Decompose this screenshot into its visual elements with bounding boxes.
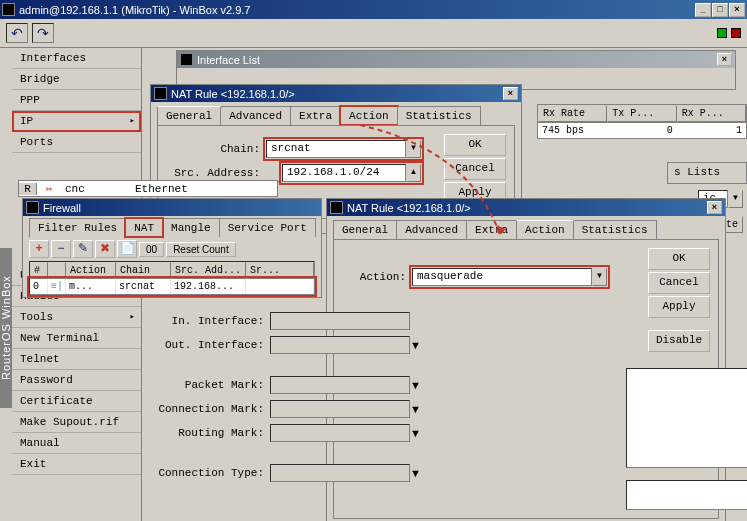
chain-label: Chain: [166, 143, 266, 155]
action-field[interactable]: masquerade [412, 268, 592, 286]
apply-button[interactable]: Apply [648, 296, 710, 318]
packet-mark-label: Packet Mark: [150, 379, 270, 391]
connection-mark-label: Connection Mark: [150, 403, 270, 415]
dropdown-icon[interactable]: ▼ [728, 190, 743, 208]
vertical-label: RouterOS WinBox [0, 248, 12, 408]
tab-action[interactable]: Action [516, 220, 574, 239]
routing-mark-label: Routing Mark: [150, 427, 270, 439]
src-address-field[interactable]: 192.168.1.0/24 [282, 164, 406, 182]
nat-rule-action-close-button[interactable]: × [707, 201, 722, 214]
tab-mangle[interactable]: Mangle [162, 218, 220, 237]
sidebar-item-ppp[interactable]: PPP [12, 90, 141, 111]
col-tx-p[interactable]: Tx P... [607, 105, 676, 122]
tab-extra[interactable]: Extra [466, 220, 517, 239]
out-interface-label: Out. Interface: [150, 339, 270, 351]
edit-button[interactable]: ✎ [73, 240, 93, 258]
packet-mark-field[interactable] [270, 376, 410, 394]
disable-button[interactable]: ✖ [95, 240, 115, 258]
interface-icon: ⇔ [37, 182, 61, 195]
redo-button[interactable]: ↷ [32, 23, 54, 43]
nat-rule-general-titlebar[interactable]: NAT Rule <192.168.1.0/> × [151, 85, 521, 102]
tab-filter-rules[interactable]: Filter Rules [29, 218, 126, 237]
cell-rx-rate: 745 bps [538, 123, 607, 138]
tab-extra[interactable]: Extra [290, 106, 341, 125]
tab-general[interactable]: General [157, 106, 221, 125]
interface-name[interactable]: cnc [61, 183, 131, 195]
tab-service-port[interactable]: Service Port [219, 218, 316, 237]
dropdown-icon[interactable]: ▼ [410, 467, 421, 479]
sidebar-item-ip[interactable]: IP▸ [12, 111, 141, 132]
tab-statistics[interactable]: Statistics [573, 220, 657, 239]
extra-fields-area: In. Interface: Out. Interface:▼ Packet M… [150, 306, 440, 488]
window-title: admin@192.168.1.1 (MikroTik) - WinBox v2… [19, 4, 250, 16]
close-button[interactable]: × [729, 3, 745, 17]
sidebar-item-exit[interactable]: Exit [12, 454, 141, 475]
col-rx-p[interactable]: Rx P... [677, 105, 746, 122]
remove-button[interactable]: − [51, 240, 71, 258]
up-icon[interactable]: ▲ [406, 164, 421, 182]
blank-area-1 [626, 368, 747, 468]
connection-type-field[interactable] [270, 464, 410, 482]
out-interface-field[interactable] [270, 336, 410, 354]
tab-action[interactable]: Action [340, 106, 398, 125]
col-sr[interactable]: Sr... [246, 262, 314, 279]
col-src-addr[interactable]: Src. Add... [171, 262, 246, 279]
find-button[interactable]: 00 [139, 242, 164, 257]
tab-advanced[interactable]: Advanced [220, 106, 291, 125]
dropdown-icon[interactable]: ▼ [406, 140, 421, 158]
masquerade-icon: ≡| [48, 279, 66, 294]
cancel-button[interactable]: Cancel [444, 158, 506, 180]
col-action[interactable]: Action [66, 262, 116, 279]
sidebar-item-ports[interactable]: Ports [12, 132, 141, 153]
sidebar-item-bridge[interactable]: Bridge [12, 69, 141, 90]
table-row[interactable]: 0 ≡| m... srcnat 192.168... [30, 279, 314, 294]
dropdown-icon[interactable]: ▼ [592, 268, 607, 286]
col-chain[interactable]: Chain [116, 262, 171, 279]
chain-field[interactable]: srcnat [266, 140, 406, 158]
chevron-right-icon: ▸ [130, 115, 135, 126]
sidebar-item-new-terminal[interactable]: New Terminal [12, 328, 141, 349]
src-address-label: Src. Address: [166, 167, 266, 179]
dropdown-icon[interactable]: ▼ [410, 403, 421, 415]
nat-rule-action-title: NAT Rule <192.168.1.0/> [347, 202, 471, 214]
nat-rule-action-titlebar[interactable]: NAT Rule <192.168.1.0/> × [327, 199, 725, 216]
sidebar-item-tools[interactable]: Tools▸ [12, 307, 141, 328]
dropdown-icon[interactable]: ▼ [410, 379, 421, 391]
sidebar-item-manual[interactable]: Manual [12, 433, 141, 454]
connection-mark-field[interactable] [270, 400, 410, 418]
maximize-button[interactable]: □ [712, 3, 728, 17]
sidebar-item-certificate[interactable]: Certificate [12, 391, 141, 412]
comment-button[interactable]: 📄 [117, 240, 137, 258]
cancel-button[interactable]: Cancel [648, 272, 710, 294]
firewall-titlebar[interactable]: Firewall [23, 199, 321, 216]
chevron-right-icon: ▸ [130, 311, 135, 322]
nat-rule-general-close-button[interactable]: × [503, 87, 518, 100]
sidebar-item-interfaces[interactable]: Interfaces [12, 48, 141, 69]
col-rx-rate[interactable]: Rx Rate [538, 105, 607, 122]
tab-statistics[interactable]: Statistics [397, 106, 481, 125]
tab-general[interactable]: General [333, 220, 397, 239]
routing-mark-field[interactable] [270, 424, 410, 442]
interface-list-close-button[interactable]: × [717, 53, 732, 66]
dropdown-icon[interactable]: ▼ [410, 339, 421, 351]
sidebar-item-telnet[interactable]: Telnet [12, 349, 141, 370]
ok-button[interactable]: OK [444, 134, 506, 156]
minimize-button[interactable]: _ [695, 3, 711, 17]
reset-counters-button[interactable]: Reset Count [166, 242, 236, 257]
sidebar-item-password[interactable]: Password [12, 370, 141, 391]
in-interface-field[interactable] [270, 312, 410, 330]
add-button[interactable]: + [29, 240, 49, 258]
sidebar-item-make-supout[interactable]: Make Supout.rif [12, 412, 141, 433]
undo-button[interactable]: ↶ [6, 23, 28, 43]
tab-advanced[interactable]: Advanced [396, 220, 467, 239]
col-num[interactable]: # [30, 262, 48, 279]
dropdown-icon[interactable]: ▼ [410, 427, 421, 439]
interface-list-titlebar[interactable]: Interface List × [177, 51, 735, 68]
disable-button[interactable]: Disable [648, 330, 710, 352]
ok-button[interactable]: OK [648, 248, 710, 270]
blank-area-2 [626, 480, 747, 510]
tab-nat[interactable]: NAT [125, 218, 163, 237]
col-blank[interactable] [48, 262, 66, 279]
status-red-icon [731, 28, 741, 38]
window-titlebar: admin@192.168.1.1 (MikroTik) - WinBox v2… [0, 0, 747, 19]
